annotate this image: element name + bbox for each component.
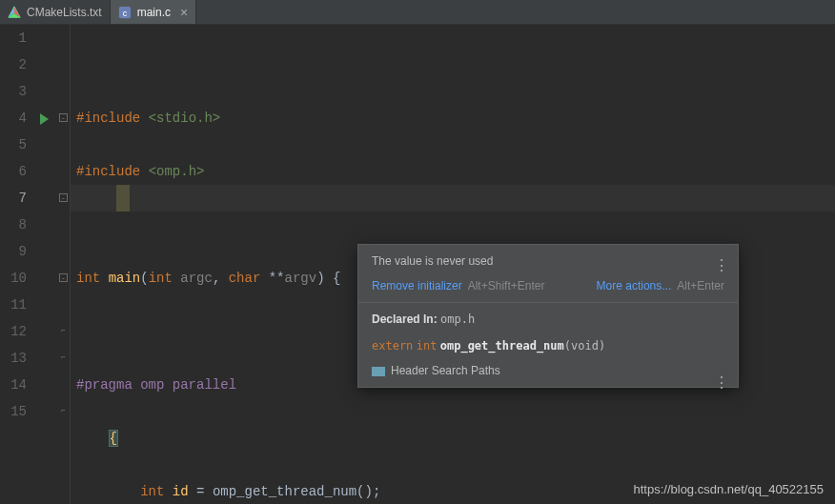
shortcut-hint: Alt+Enter	[677, 279, 724, 292]
fold-gutter: - - - ⌐ ⌐ ⌐	[57, 25, 71, 504]
tab-label: main.c	[137, 6, 171, 19]
more-menu-icon[interactable]: ⋮	[714, 372, 728, 394]
remove-initializer-action[interactable]: Remove initializer	[372, 279, 462, 292]
fold-end-icon: ⌐	[59, 353, 68, 362]
inspection-header: The value is never used ⋮	[358, 245, 738, 277]
editor-tabs: CMakeLists.txt c main.c ×	[0, 0, 835, 25]
more-menu-icon[interactable]: ⋮	[714, 254, 728, 277]
watermark-text: https://blog.csdn.net/qq_40522155	[634, 482, 825, 496]
tab-main-c[interactable]: c main.c ×	[111, 0, 197, 24]
line-number-gutter: 1 2 3 4 5 6 7 8 9 10 11 12 13 14 15	[0, 25, 36, 504]
cmake-icon	[8, 6, 21, 19]
fold-toggle-icon[interactable]: -	[59, 113, 68, 122]
declaration-section: Declared In: omp.h	[358, 302, 738, 335]
current-line-highlight	[71, 185, 835, 212]
more-actions-link[interactable]: More actions...	[597, 279, 672, 292]
fold-toggle-icon[interactable]: -	[59, 193, 68, 202]
shortcut-hint: Alt+Shift+Enter	[468, 279, 545, 292]
tab-cmakelists[interactable]: CMakeLists.txt	[0, 0, 111, 24]
inspection-message: The value is never used	[372, 254, 493, 268]
tab-label: CMakeLists.txt	[27, 6, 102, 19]
folder-icon	[372, 367, 385, 376]
action-gutter	[36, 25, 57, 504]
warning-stripe	[116, 185, 130, 212]
fold-toggle-icon[interactable]: -	[59, 273, 68, 282]
fold-end-icon: ⌐	[59, 407, 68, 415]
close-icon[interactable]: ×	[180, 5, 188, 20]
fold-end-icon: ⌐	[59, 327, 68, 335]
svg-text:c: c	[123, 8, 128, 17]
c-file-icon: c	[118, 6, 132, 19]
header-search-paths-link[interactable]: Header Search Paths	[391, 364, 500, 377]
inspection-popup: The value is never used ⋮ Remove initial…	[357, 244, 739, 388]
run-icon[interactable]	[40, 113, 49, 125]
